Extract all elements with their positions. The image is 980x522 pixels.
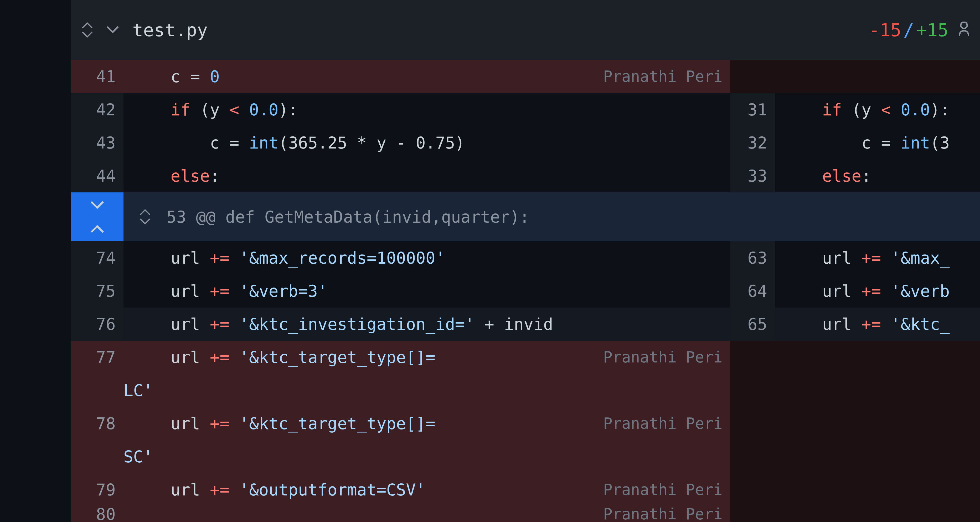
code-left: if (y < 0.0):	[124, 93, 730, 126]
svg-point-0	[961, 22, 967, 29]
code-left: else:	[124, 159, 730, 193]
stats-separator: /	[903, 20, 914, 40]
code-right	[775, 473, 980, 506]
diff-line-deleted[interactable]: 79 url += '&outputformat=CSV' Pranathi P…	[71, 473, 980, 506]
stats-deletions: -15	[869, 20, 901, 40]
line-number-left: 74	[71, 241, 124, 274]
diff-line-context[interactable]: 44 else: 33 else:	[71, 159, 980, 193]
code-right	[775, 341, 980, 374]
diff-view: test.py -15 / +15 41 c = 0 Pranathi Peri	[71, 0, 980, 522]
code-left: url += '&ktc_target_type[]= Pranathi Per…	[124, 341, 730, 374]
line-number-left	[71, 374, 124, 407]
code-left: c = int(365.25 * y - 0.75)	[124, 126, 730, 159]
code-right	[775, 407, 980, 440]
code-left: url += '&ktc_investigation_id=' + invid	[124, 307, 730, 341]
code-left: url += '&verb=3'	[124, 274, 730, 307]
line-number-right: 63	[730, 241, 775, 274]
line-number-left: 75	[71, 274, 124, 307]
code-right: if (y < 0.0):	[775, 93, 980, 126]
code-right: c = int(3	[775, 126, 980, 159]
line-number-left: 42	[71, 93, 124, 126]
code-right	[775, 506, 980, 522]
line-number-right	[730, 473, 775, 506]
code-left: url += '&outputformat=CSV' Pranathi Peri	[124, 473, 730, 506]
diff-line-deleted-wrap[interactable]: LC'	[71, 374, 980, 407]
code-right: url += '&max_	[775, 241, 980, 274]
hunk-header: 53 @@ def GetMetaData(invid,quarter):	[71, 193, 980, 241]
line-number-right: 32	[730, 126, 775, 159]
line-number-right: 33	[730, 159, 775, 193]
person-icon[interactable]	[958, 20, 969, 40]
file-header: test.py -15 / +15	[71, 0, 980, 60]
diff-line-context[interactable]: 43 c = int(365.25 * y - 0.75) 32 c = int…	[71, 126, 980, 159]
line-number-left: 41	[71, 60, 124, 93]
stats-additions: +15	[916, 20, 948, 40]
code-right	[775, 440, 980, 473]
line-number-left: 43	[71, 126, 124, 159]
code-right	[775, 60, 980, 93]
diff-line-deleted-wrap[interactable]: SC'	[71, 440, 980, 473]
hunk-expand-toggles[interactable]	[71, 193, 124, 241]
line-number-right	[730, 341, 775, 374]
code-left: c = 0 Pranathi Peri	[124, 60, 730, 93]
line-number-left: 76	[71, 307, 124, 341]
code-right: else:	[775, 159, 980, 193]
diff-line-context[interactable]: 76 url += '&ktc_investigation_id=' + inv…	[71, 307, 980, 341]
line-number-right: 65	[730, 307, 775, 341]
line-number-right	[730, 60, 775, 93]
code-left: url += '&ktc_target_type[]= Pranathi Per…	[124, 407, 730, 440]
line-number-right: 31	[730, 93, 775, 126]
blame-author: Pranathi Peri	[603, 414, 722, 432]
line-number-right	[730, 506, 775, 522]
code-right	[775, 374, 980, 407]
line-number-left	[71, 440, 124, 473]
expand-down-icon[interactable]	[71, 193, 124, 217]
diff-stats: -15 / +15	[869, 20, 969, 40]
diff-line-deleted[interactable]: 41 c = 0 Pranathi Peri	[71, 60, 980, 93]
line-number-left: 80	[71, 506, 124, 522]
sort-icon[interactable]	[139, 209, 151, 225]
blame-author: Pranathi Peri	[603, 348, 722, 366]
code-left: url += '&max_records=100000'	[124, 241, 730, 274]
line-number-right	[730, 374, 775, 407]
activity-bar-placeholder	[0, 0, 71, 522]
blame-author: Pranathi Peri	[603, 68, 722, 86]
line-number-left: 79	[71, 473, 124, 506]
diff-line-context[interactable]: 42 if (y < 0.0): 31 if (y < 0.0):	[71, 93, 980, 126]
diff-line-context[interactable]: 74 url += '&max_records=100000' 63 url +…	[71, 241, 980, 274]
diff-line-context[interactable]: 75 url += '&verb=3' 64 url += '&verb	[71, 274, 980, 307]
diff-line-deleted[interactable]: 77 url += '&ktc_target_type[]= Pranathi …	[71, 341, 980, 374]
hunk-text: 53 @@ def GetMetaData(invid,quarter):	[167, 207, 530, 227]
code-left: LC'	[124, 374, 730, 407]
line-number-left: 77	[71, 341, 124, 374]
blame-author: Pranathi Peri	[603, 506, 722, 522]
diff-line-deleted[interactable]: 78 url += '&ktc_target_type[]= Pranathi …	[71, 407, 980, 440]
blame-author: Pranathi Peri	[603, 481, 722, 499]
code-right: url += '&ktc_	[775, 307, 980, 341]
expand-up-icon[interactable]	[71, 217, 124, 241]
line-number-right	[730, 440, 775, 473]
line-number-right: 64	[730, 274, 775, 307]
file-name[interactable]: test.py	[132, 20, 208, 40]
sort-icon[interactable]	[81, 22, 93, 38]
code-right: url += '&verb	[775, 274, 980, 307]
code-left: SC'	[124, 440, 730, 473]
line-number-left: 44	[71, 159, 124, 193]
code-left: Pranathi Peri	[124, 506, 730, 522]
diff-line-deleted[interactable]: 80 Pranathi Peri	[71, 506, 980, 522]
chevron-down-icon[interactable]	[106, 25, 119, 35]
line-number-right	[730, 407, 775, 440]
line-number-left: 78	[71, 407, 124, 440]
